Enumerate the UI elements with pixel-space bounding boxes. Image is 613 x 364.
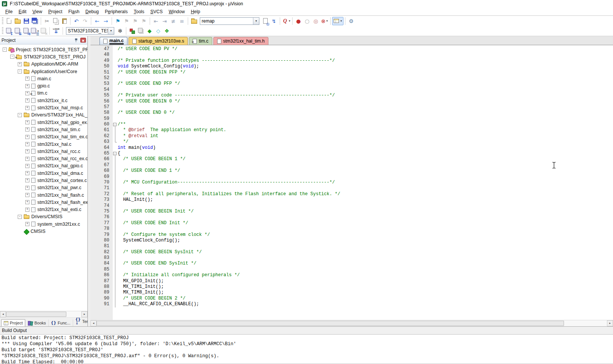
tree-item[interactable]: +stm32f1xx_hal_msp.c (1, 104, 87, 111)
code-line[interactable]: 89 MX_TIM8_Init(); (90, 290, 613, 295)
code-line[interactable]: 86 /* Initialize all configured peripher… (90, 272, 613, 278)
save-button[interactable] (22, 17, 31, 25)
editor-tab-startup-stm32f103xe-s[interactable]: startup_stm32f103xe.s (129, 37, 188, 45)
close-icon[interactable] (80, 38, 86, 43)
insert-breakpoint-button[interactable]: ● (294, 17, 303, 25)
code-line[interactable]: 82 /* USER CODE BEGIN SysInit */ (90, 249, 613, 255)
tree-item[interactable]: -Application/User/Core (1, 68, 87, 75)
tree-expander-icon[interactable]: + (25, 200, 29, 204)
menu-flash[interactable]: Flash (65, 8, 82, 15)
code-line[interactable]: 54 (90, 87, 613, 93)
tree-item[interactable]: +system_stm32f1xx.c (1, 220, 87, 228)
code-line[interactable]: 55/* Private user code -----------------… (90, 93, 613, 98)
code-line[interactable]: 80 SystemClock_Config(); (90, 238, 613, 243)
tree-expander-icon[interactable]: + (25, 222, 29, 226)
tree-expander-icon[interactable]: + (25, 91, 29, 95)
code-line[interactable]: 87 MX_GPIO_Init(); (90, 278, 613, 284)
tree-item[interactable]: -Drivers/STM32F1xx_HAL_Driver (1, 112, 87, 119)
tree-item[interactable]: -*STM32F103C8_TEST_PROJ (1, 53, 87, 60)
tree-item[interactable]: +stm32f1xx_hal_flash_ex.c (1, 199, 87, 206)
tree-expander-icon[interactable]: + (25, 186, 29, 190)
tree-expander-icon[interactable]: - (18, 113, 22, 117)
code-line[interactable]: 79 /* Configure the system clock */ (90, 232, 613, 238)
manage-project-items-button[interactable] (128, 27, 136, 35)
undo-button[interactable]: ↶ (72, 17, 81, 25)
tree-item[interactable]: +stm32f1xx_hal_tim.c (1, 126, 87, 133)
editor-hscrollbar[interactable]: ◂ ▸ (90, 320, 613, 326)
code-line[interactable]: 83 (90, 255, 613, 261)
tree-item[interactable]: +*tim.c (1, 90, 87, 97)
clear-all-bookmarks-button[interactable]: ⚑ (139, 17, 148, 25)
menu-help[interactable]: Help (188, 8, 203, 15)
options-for-target-button[interactable]: ✻ (116, 27, 124, 35)
tree-item[interactable]: +stm32f1xx_hal_rcc.c (1, 148, 87, 155)
code-line[interactable]: 52 (90, 75, 613, 81)
file-extensions-books-button[interactable] (136, 27, 145, 35)
menu-tools[interactable]: Tools (131, 8, 147, 15)
tree-item[interactable]: +stm32f1xx_hal_cortex.c (1, 177, 87, 184)
indent-button[interactable]: ⇥ (160, 17, 169, 25)
navigate-forward-button[interactable]: → (101, 17, 110, 25)
tree-expander-icon[interactable]: - (18, 215, 22, 219)
scroll-thumb[interactable] (97, 321, 564, 326)
translate-button[interactable]: ↧ (5, 27, 13, 35)
tree-expander-icon[interactable]: + (25, 106, 29, 110)
tree-expander-icon[interactable]: + (25, 157, 29, 161)
menu-file[interactable]: File (2, 8, 15, 15)
tree-expander-icon[interactable]: + (25, 76, 29, 81)
search-combobox[interactable]: ▾ (200, 17, 259, 25)
next-bookmark-button[interactable]: ⚑ (131, 17, 139, 25)
tree-expander-icon[interactable]: + (25, 171, 29, 175)
tree-expander-icon[interactable]: - (18, 69, 22, 73)
manage-run-time-environment-button[interactable]: ◆ (145, 27, 154, 35)
editor-tab-main-c[interactable]: main.c (100, 37, 127, 45)
tree-item[interactable]: +stm32f1xx_hal_exti.c (1, 206, 87, 213)
code-line[interactable]: 63 */ (90, 139, 613, 145)
menu-edit[interactable]: Edit (15, 8, 29, 15)
unindent-button[interactable]: ⇤ (152, 17, 160, 25)
scroll-right-icon[interactable]: ▸ (607, 320, 613, 326)
target-dropdown-icon[interactable]: ▾ (108, 28, 114, 34)
code-line[interactable]: 67 (90, 162, 613, 168)
code-line[interactable]: 47/* USER CODE END PV */ (90, 46, 613, 52)
disable-all-breakpoints-button[interactable]: ◎ (311, 17, 320, 25)
comment-selection-button[interactable]: ≢ (169, 17, 178, 25)
project-panel-hscrollbar[interactable]: ◂ ▸ (0, 311, 87, 317)
enable-disable-breakpoint-button[interactable]: ○ (303, 17, 311, 25)
kill-all-breakpoints-button[interactable]: ⊗▾ (320, 17, 329, 25)
workspace-tab-func[interactable]: {}Func... (49, 320, 73, 326)
code-line[interactable]: 50void SystemClock_Config(void); (90, 64, 613, 69)
tree-expander-icon[interactable]: + (25, 164, 29, 168)
redo-button[interactable]: ↷ (81, 17, 89, 25)
find-in-files-button[interactable] (190, 17, 198, 25)
tree-expander-icon[interactable]: - (10, 55, 14, 59)
code-line[interactable]: 58/* USER CODE END 0 */ (90, 110, 613, 116)
select-software-packs-button[interactable]: ◇ (154, 27, 162, 35)
debug-restore-views-button[interactable]: ▾ (332, 17, 343, 25)
code-line[interactable]: 68 /* USER CODE END 1 */ (90, 168, 613, 174)
code-line[interactable]: 59 (90, 116, 613, 122)
tree-item[interactable]: +stm32f1xx_hal_gpio.c (1, 162, 87, 170)
code-line[interactable]: 91 __HAL_RCC_AFIO_CLK_ENABLE(); (90, 301, 613, 307)
code-line[interactable]: 72 /* Reset of all peripherals, Initiali… (90, 191, 613, 197)
scroll-track[interactable] (6, 311, 81, 317)
code-line[interactable]: 90 /* USER CODE BEGIN 2 */ (90, 296, 613, 301)
tree-item[interactable]: +stm32f1xx_hal_tim_ex.c (1, 133, 87, 141)
code-line[interactable]: 73 HAL_Init(); (90, 197, 613, 203)
stop-build-button[interactable]: × (39, 27, 48, 35)
tree-expander-icon[interactable]: + (25, 193, 29, 197)
code-line[interactable]: 64int main(void) (90, 145, 613, 151)
code-line[interactable]: 48 (90, 52, 613, 58)
code-line[interactable]: 69 (90, 174, 613, 180)
workspace-tab-project[interactable]: Project (1, 319, 25, 326)
scroll-thumb[interactable] (6, 312, 66, 317)
code-line[interactable]: 71 (90, 185, 613, 191)
tree-item[interactable]: +stm32f1xx_it.c (1, 97, 87, 104)
pack-installer-button[interactable]: ❖ (162, 27, 171, 35)
editor-tab-tim-c[interactable]: *tim.c (189, 37, 212, 45)
editor-tab-stm32f1xx-hal-tim-h[interactable]: stm32f1xx_hal_tim.h (213, 37, 268, 45)
cut-button[interactable]: ✂ (43, 17, 51, 25)
code-line[interactable]: 81 (90, 243, 613, 249)
dropdown-arrow-icon[interactable]: ▾ (289, 19, 290, 23)
code-line[interactable]: 78 (90, 226, 613, 232)
